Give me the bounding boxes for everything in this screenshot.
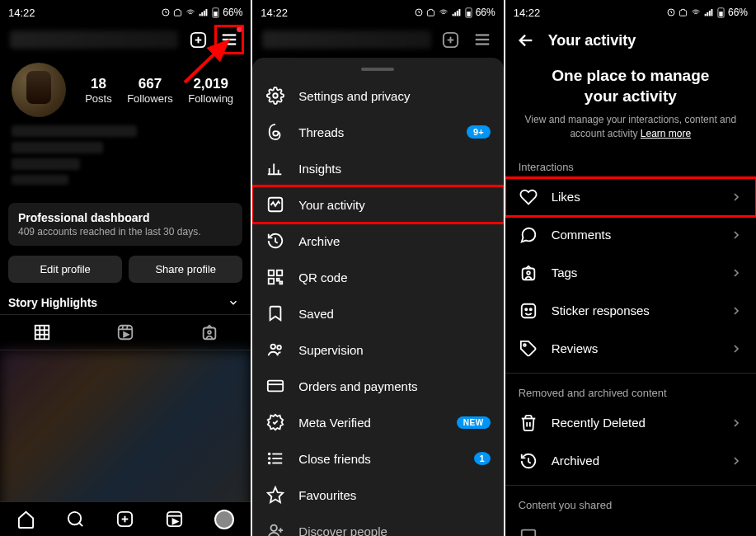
chevron-right-icon bbox=[730, 190, 743, 204]
activity-reviews[interactable]: Reviews bbox=[505, 330, 756, 368]
svg-rect-41 bbox=[467, 12, 470, 16]
svg-rect-76 bbox=[709, 10, 711, 16]
item-label: Reviews bbox=[552, 341, 599, 355]
learn-more-link[interactable]: Learn more bbox=[641, 128, 691, 139]
trash-icon bbox=[519, 414, 538, 432]
avatar[interactable] bbox=[12, 63, 66, 117]
svg-rect-58 bbox=[280, 282, 283, 284]
nav-profile[interactable] bbox=[214, 510, 234, 529]
activity-header: Your activity bbox=[505, 23, 756, 58]
svg-rect-61 bbox=[268, 381, 283, 392]
menu-supervision[interactable]: Supervision bbox=[252, 331, 503, 368]
story-highlights-row[interactable]: Story Highlights bbox=[0, 288, 251, 314]
activity-likes[interactable]: Likes bbox=[505, 178, 756, 216]
tab-tagged[interactable] bbox=[167, 315, 251, 350]
svg-line-28 bbox=[80, 523, 83, 526]
panel-your-activity: 14:22 66% Your activity One place to man… bbox=[505, 0, 756, 536]
menu-insights[interactable]: Insights bbox=[252, 150, 503, 186]
svg-rect-57 bbox=[277, 279, 279, 281]
activity-hero: One place to manageyour activity View an… bbox=[505, 58, 756, 153]
star-icon bbox=[265, 486, 285, 504]
price-tag-icon bbox=[519, 340, 538, 358]
menu-label: Threads bbox=[298, 125, 344, 139]
highlight-likes-box bbox=[505, 176, 756, 218]
add-post-button[interactable] bbox=[186, 28, 209, 51]
menu-qr-code[interactable]: QR code bbox=[252, 259, 503, 295]
chevron-right-icon bbox=[730, 454, 743, 468]
svg-rect-79 bbox=[719, 12, 722, 16]
qr-icon bbox=[265, 268, 285, 286]
svg-point-66 bbox=[269, 454, 270, 455]
chart-icon bbox=[265, 159, 285, 177]
section-interactions: Interactions bbox=[505, 153, 756, 178]
profile-header bbox=[0, 23, 251, 56]
menu-label: Discover people bbox=[298, 524, 387, 537]
username-blurred bbox=[262, 31, 430, 49]
archive-icon bbox=[265, 232, 285, 250]
stat-followers[interactable]: 667 Followers bbox=[127, 76, 173, 105]
back-button[interactable] bbox=[517, 31, 535, 49]
nav-add[interactable] bbox=[115, 510, 134, 529]
chevron-right-icon bbox=[730, 304, 743, 317]
activity-archived[interactable]: Archived bbox=[505, 442, 756, 480]
menu-threads[interactable]: Threads 9+ bbox=[252, 114, 503, 150]
tab-grid[interactable] bbox=[0, 315, 83, 350]
item-label: Comments bbox=[552, 228, 612, 242]
activity-icon bbox=[265, 195, 285, 214]
svg-point-59 bbox=[271, 345, 276, 350]
svg-rect-36 bbox=[452, 13, 453, 16]
profile-stats-row: 18 Posts 667 Followers 2,019 Following bbox=[0, 56, 251, 120]
sheet-handle[interactable] bbox=[361, 68, 394, 71]
menu-archive[interactable]: Archive bbox=[252, 223, 503, 259]
svg-rect-74 bbox=[705, 13, 707, 16]
chevron-right-icon bbox=[730, 342, 743, 355]
nav-search[interactable] bbox=[66, 510, 85, 529]
badge-count: 1 bbox=[474, 452, 491, 465]
professional-dashboard-card[interactable]: Professional dashboard 409 accounts reac… bbox=[8, 203, 242, 246]
chevron-right-icon bbox=[730, 416, 743, 430]
activity-content-shared-item[interactable] bbox=[505, 516, 756, 536]
menu-settings[interactable]: Settings and privacy bbox=[252, 78, 503, 114]
activity-deleted[interactable]: Recently Deleted bbox=[505, 404, 756, 442]
svg-rect-87 bbox=[521, 530, 535, 536]
activity-stickers[interactable]: Sticker responses bbox=[505, 292, 756, 330]
stat-following[interactable]: 2,019 Following bbox=[188, 76, 233, 105]
stat-posts[interactable]: 18 Posts bbox=[85, 76, 112, 105]
menu-meta-verified[interactable]: Meta Verified NEW bbox=[252, 404, 503, 440]
nav-reels[interactable] bbox=[165, 510, 184, 529]
people-icon bbox=[265, 341, 285, 359]
nav-home[interactable] bbox=[16, 510, 35, 529]
add-post-button[interactable] bbox=[439, 28, 463, 51]
status-bar: 14:22 66% bbox=[0, 0, 251, 23]
menu-button[interactable] bbox=[218, 28, 241, 51]
gear-icon bbox=[265, 87, 285, 105]
menu-your-activity[interactable]: Your activity bbox=[252, 186, 503, 223]
hero-subtitle: View and manage your interactions, conte… bbox=[522, 113, 740, 141]
menu-favourites[interactable]: Favourites bbox=[252, 477, 503, 513]
menu-saved[interactable]: Saved bbox=[252, 295, 503, 331]
item-label: Recently Deleted bbox=[552, 416, 646, 430]
svg-point-70 bbox=[271, 525, 277, 531]
menu-orders[interactable]: Orders and payments bbox=[252, 368, 503, 404]
svg-rect-55 bbox=[277, 270, 282, 275]
menu-sheet: Settings and privacy Threads 9+ Insights… bbox=[252, 58, 503, 536]
panel-profile: 14:22 66% bbox=[0, 0, 252, 536]
edit-profile-button[interactable]: Edit profile bbox=[8, 256, 122, 283]
activity-tags[interactable]: Tags bbox=[505, 254, 756, 292]
svg-rect-56 bbox=[269, 279, 274, 284]
dashboard-subtitle: 409 accounts reached in the last 30 days… bbox=[18, 226, 232, 237]
tab-reels[interactable] bbox=[83, 315, 167, 350]
dashboard-title: Professional dashboard bbox=[18, 211, 232, 224]
menu-close-friends[interactable]: Close friends 1 bbox=[252, 440, 503, 477]
menu-label: Meta Verified bbox=[298, 416, 371, 430]
status-time: 14:22 bbox=[8, 7, 35, 19]
username-blurred bbox=[10, 31, 178, 49]
person-add-icon bbox=[265, 522, 285, 536]
menu-discover[interactable]: Discover people bbox=[252, 513, 503, 536]
divider bbox=[505, 485, 756, 486]
share-profile-button[interactable]: Share profile bbox=[129, 256, 242, 283]
status-battery: 66% bbox=[223, 7, 242, 18]
svg-point-85 bbox=[529, 308, 531, 310]
activity-comments[interactable]: Comments bbox=[505, 216, 756, 254]
menu-button[interactable] bbox=[471, 28, 494, 51]
